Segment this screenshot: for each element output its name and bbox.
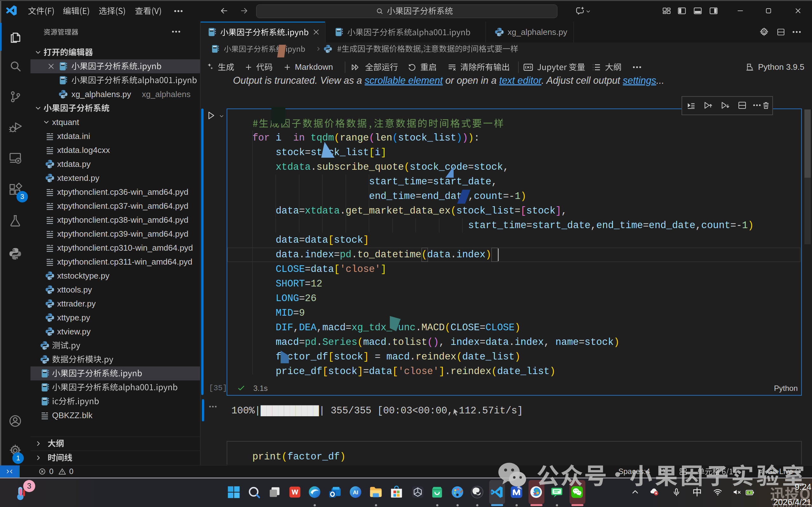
svg-text:AI: AI bbox=[353, 489, 358, 496]
